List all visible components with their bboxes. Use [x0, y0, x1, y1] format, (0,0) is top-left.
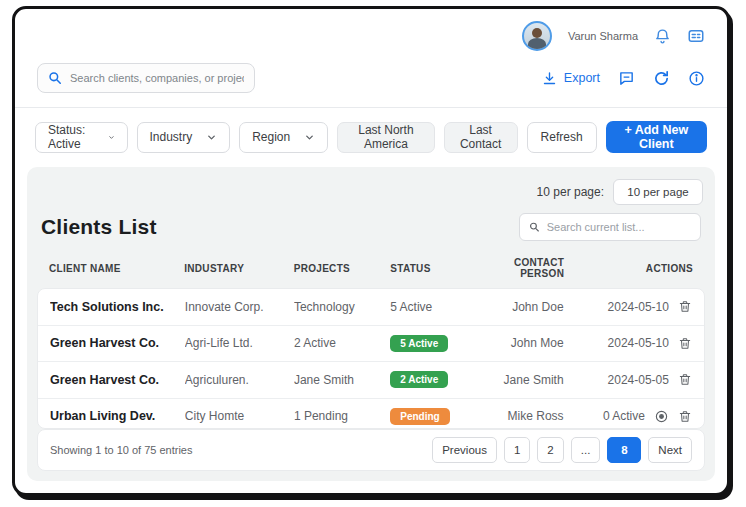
- filter-bar: Status: Active Industry Region Last Nort…: [15, 108, 727, 167]
- page-number-button[interactable]: 2: [537, 437, 563, 463]
- industry-filter-dropdown[interactable]: Industry: [137, 122, 231, 153]
- cell-meta: 0 Active: [603, 409, 645, 423]
- table-header-row: Client Name Industary Projects Status Co…: [37, 253, 705, 288]
- export-button[interactable]: Export: [542, 71, 600, 86]
- per-page-label: 10 per page:: [537, 185, 604, 199]
- per-page-row: 10 per page: 10 per page: [37, 177, 705, 205]
- trash-icon[interactable]: [678, 372, 692, 387]
- cell-actions: 2024-05-10: [564, 336, 692, 351]
- table-row: Tech Solutions Inc. Innovate Corp. Techn…: [38, 289, 704, 326]
- chevron-down-icon: [108, 132, 115, 143]
- cell-meta: 2024-05-10: [608, 300, 669, 314]
- region-filter-label: Region: [252, 130, 290, 144]
- status-badge: 2 Active: [390, 371, 448, 388]
- region-filter-dropdown[interactable]: Region: [239, 122, 328, 153]
- add-new-client-button[interactable]: + Add New Client: [606, 121, 707, 153]
- cell-client: Green Harvest Co.: [50, 373, 185, 387]
- status-badge: 5 Active: [390, 335, 448, 352]
- global-search-input[interactable]: [70, 72, 244, 84]
- col-header-actions: Actions: [564, 263, 693, 274]
- filter-chip-last-contact[interactable]: Last Contact: [444, 122, 518, 153]
- table-body: Tech Solutions Inc. Innovate Corp. Techn…: [37, 288, 705, 429]
- cell-industry: Agriculuren.: [185, 373, 294, 387]
- refresh-icon[interactable]: [653, 70, 670, 87]
- download-icon: [542, 71, 557, 86]
- cell-contact: John Doe: [474, 300, 564, 314]
- cell-client: Urban Living Dev.: [50, 409, 185, 423]
- avatar[interactable]: [522, 21, 552, 51]
- status-filter-label: Status: Active: [48, 123, 94, 151]
- status-filter-dropdown[interactable]: Status: Active: [35, 122, 128, 153]
- page-ellipsis[interactable]: ...: [571, 437, 601, 463]
- status-badge: 5 Active: [390, 300, 432, 314]
- list-search[interactable]: [519, 213, 701, 241]
- cell-contact: John Moe: [474, 336, 564, 350]
- industry-filter-label: Industry: [150, 130, 193, 144]
- cell-client: Tech Solutions Inc.: [50, 300, 185, 314]
- col-header-industry: Industary: [184, 263, 293, 274]
- screenshot-canvas: Varun Sharma Export: [0, 0, 746, 507]
- chevron-down-icon: [206, 132, 217, 143]
- avatar-body: [528, 38, 546, 50]
- table-row: Urban Living Dev. City Homte 1 Pending P…: [38, 399, 704, 430]
- results-summary: Showing 1 to 10 of 75 entries: [50, 444, 192, 456]
- global-search[interactable]: [37, 63, 255, 93]
- toolbar: Export: [15, 55, 727, 108]
- page-next-button[interactable]: Next: [648, 437, 692, 463]
- trash-icon[interactable]: [678, 409, 692, 424]
- refresh-button[interactable]: Refresh: [527, 122, 597, 153]
- cell-contact: Mike Ross: [474, 409, 564, 423]
- page-number-button[interactable]: 1: [504, 437, 530, 463]
- page-number-button[interactable]: 8: [607, 437, 641, 463]
- col-header-status: Status: [390, 263, 474, 274]
- app-window: Varun Sharma Export: [12, 6, 730, 496]
- cell-industry: Innovate Corp.: [185, 300, 294, 314]
- footer-strip: Showing 1 to 10 of 75 entries Previous 1…: [37, 429, 705, 471]
- cell-projects: Technology: [294, 300, 390, 314]
- bell-icon[interactable]: [654, 28, 671, 45]
- cell-meta: 2024-05-05: [608, 373, 669, 387]
- cell-contact: Jane Smith: [474, 373, 564, 387]
- cell-actions: 2024-05-05: [564, 372, 692, 387]
- cell-projects: 1 Pending: [294, 409, 390, 423]
- cell-actions: 0 Active: [564, 409, 692, 424]
- export-label: Export: [564, 71, 600, 85]
- cell-industry: Agri-Life Ltd.: [185, 336, 294, 350]
- clients-panel: 10 per page: 10 per page Clients List Cl…: [27, 167, 715, 481]
- col-header-projects: Projects: [294, 263, 391, 274]
- trash-icon[interactable]: [678, 299, 692, 314]
- info-icon[interactable]: [688, 70, 705, 87]
- col-header-contact: Contact Person: [474, 257, 564, 279]
- title-row: Clients List: [37, 205, 705, 253]
- page-previous-button[interactable]: Previous: [432, 437, 497, 463]
- page-title: Clients List: [41, 215, 157, 239]
- chat-icon[interactable]: [618, 70, 635, 87]
- avatar-head: [532, 28, 542, 38]
- cell-industry: City Homte: [185, 409, 294, 423]
- toolbar-actions: Export: [542, 70, 705, 87]
- table-row: Green Harvest Co. Agriculuren. Jane Smit…: [38, 362, 704, 399]
- search-icon: [529, 221, 540, 233]
- trash-icon[interactable]: [678, 336, 692, 351]
- view-eye-icon[interactable]: [654, 409, 669, 424]
- cell-projects: Jane Smith: [294, 373, 390, 387]
- cell-meta: 2024-05-10: [608, 336, 669, 350]
- col-header-client: Client Name: [49, 263, 184, 274]
- cell-client: Green Harvest Co.: [50, 336, 185, 350]
- search-icon: [48, 71, 62, 85]
- pagination: Previous 1 2 ... 8 Next: [432, 437, 692, 463]
- status-badge: Pending: [390, 408, 449, 425]
- list-search-input[interactable]: [547, 221, 691, 233]
- chevron-down-icon: [304, 132, 315, 143]
- cell-projects: 2 Active: [294, 336, 390, 350]
- per-page-select[interactable]: 10 per page: [613, 179, 703, 205]
- app-header: Varun Sharma: [15, 9, 727, 55]
- filter-chip-region[interactable]: Last North America: [337, 122, 434, 153]
- table-row: Green Harvest Co. Agri-Life Ltd. 2 Activ…: [38, 326, 704, 363]
- user-name: Varun Sharma: [568, 30, 638, 42]
- ledger-icon[interactable]: [687, 27, 705, 45]
- cell-actions: 2024-05-10: [564, 299, 692, 314]
